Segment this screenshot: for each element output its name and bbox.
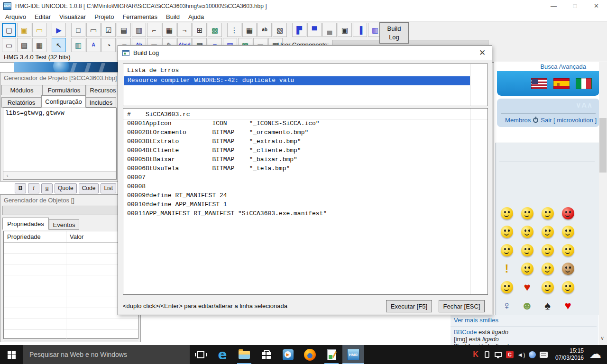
- tab-configurao[interactable]: Configuração: [41, 95, 86, 108]
- align-left-icon[interactable]: ▛: [292, 23, 306, 37]
- calendar-control-icon[interactable]: ▦: [242, 23, 257, 37]
- update-orb-icon[interactable]: [527, 345, 538, 364]
- align-top-icon[interactable]: ▀: [307, 23, 322, 37]
- rc-line[interactable]: 00006BtUsuTela BITMAP "_tela.bmp": [123, 165, 487, 174]
- pleading-smiley[interactable]: [517, 204, 537, 222]
- members-link[interactable]: Membros: [505, 117, 531, 124]
- more-smilies-link[interactable]: Ver mais smilies: [454, 317, 498, 324]
- advanced-search-link[interactable]: Busca Avançada: [540, 63, 586, 70]
- rc-line[interactable]: 00008: [123, 183, 487, 192]
- red-heart-smiley[interactable]: ♥: [558, 296, 578, 315]
- worker-smiley[interactable]: ☻: [517, 296, 537, 315]
- logout-link[interactable]: Sair [ microvolution ]: [541, 117, 597, 124]
- menu-item-editar[interactable]: Editar: [30, 12, 55, 21]
- taskbar-app-edge[interactable]: e: [212, 345, 233, 364]
- spinner-control-icon[interactable]: ▥: [132, 23, 146, 37]
- menu-item-build[interactable]: Build: [162, 12, 184, 21]
- format-button-i[interactable]: i: [28, 183, 39, 193]
- close-button[interactable]: ✕: [586, 0, 607, 12]
- cheering-smiley[interactable]: [558, 278, 578, 296]
- tab-formulrios[interactable]: Formulários: [42, 85, 86, 95]
- font-size-control[interactable]: ∨A∧: [576, 101, 593, 109]
- spain-flag-icon[interactable]: [553, 78, 570, 89]
- font-letter-icon[interactable]: A: [86, 38, 101, 52]
- menu-item-visualizar[interactable]: Visualizar: [55, 12, 90, 21]
- flaming-heart-smiley[interactable]: ♥: [517, 278, 537, 296]
- cloud-weather-icon[interactable]: ☁: [589, 347, 607, 363]
- select-pointer-icon[interactable]: ↖: [52, 38, 66, 52]
- volume-icon[interactable]: ◄): [515, 345, 527, 364]
- menu-item-ferramentas[interactable]: Ferramentas: [118, 12, 162, 21]
- format-button-u[interactable]: u: [41, 183, 53, 193]
- panel-control-icon[interactable]: ▧: [273, 23, 287, 37]
- table-row[interactable]: [4, 319, 138, 330]
- angel-smiley[interactable]: [517, 259, 537, 278]
- tongue-out-smiley[interactable]: [537, 259, 558, 278]
- align-right-icon[interactable]: ▐: [353, 23, 367, 37]
- squinting-smiley[interactable]: [558, 241, 578, 259]
- taskbar-clock[interactable]: 15:15 07/03/2016: [550, 347, 589, 362]
- rc-line[interactable]: 00002BtOrcamento BITMAP "_orcamento.bmp": [123, 129, 487, 138]
- window-control-icon[interactable]: □: [71, 23, 85, 37]
- ccleaner-icon[interactable]: C: [504, 345, 515, 364]
- menu-item-arquivo[interactable]: Arquivo: [1, 12, 30, 21]
- usa-flag-icon[interactable]: [531, 78, 547, 89]
- dialog-close-button[interactable]: ✕: [473, 46, 492, 60]
- textbox-control-icon[interactable]: ab: [258, 23, 272, 37]
- rc-line[interactable]: 00004BtCliente BITMAP "_cliente.bmp": [123, 147, 487, 156]
- taskbar-app-firefox[interactable]: [299, 345, 321, 364]
- new-file-icon[interactable]: ▢: [2, 23, 16, 37]
- bbcode-link[interactable]: BBCode: [454, 328, 477, 336]
- button-control-icon[interactable]: ▭: [86, 23, 101, 37]
- taskbar-app-hmg-ide[interactable]: HMG: [342, 345, 364, 364]
- taskbar-app-file-explorer[interactable]: [233, 345, 255, 364]
- menu-item-projeto[interactable]: Projeto: [90, 12, 118, 21]
- waving-smiley[interactable]: [497, 222, 517, 241]
- rc-line[interactable]: 00007: [123, 174, 487, 183]
- tab-includes[interactable]: Includes: [86, 97, 116, 108]
- notification-chat-icon[interactable]: [538, 345, 550, 364]
- tab-mdulos[interactable]: Módulos: [1, 85, 42, 95]
- crying-smiley[interactable]: [497, 204, 517, 222]
- checkbox-control-icon[interactable]: ☑: [101, 23, 116, 37]
- timer-clock-icon[interactable]: ◔: [101, 38, 116, 52]
- love-wink-smiley[interactable]: [497, 278, 517, 296]
- library-books-icon[interactable]: ▥: [71, 38, 85, 52]
- close-dialog-button[interactable]: Fechar [ESC]: [439, 300, 485, 312]
- form-window-icon[interactable]: ▭: [2, 38, 16, 52]
- taskbar-app-windows-store[interactable]: [255, 345, 277, 364]
- goggles-smiley[interactable]: [558, 259, 578, 278]
- grinning-smiley[interactable]: [537, 278, 558, 296]
- usb-device-icon[interactable]: [481, 345, 493, 364]
- minimize-button[interactable]: —: [543, 0, 564, 12]
- rc-line[interactable]: 00011APP_MANIFEST RT_MANIFEST "SiCCA3603…: [123, 210, 487, 219]
- format-button-b[interactable]: B: [15, 183, 26, 193]
- monocle-smiley[interactable]: [497, 241, 517, 259]
- open-project-icon[interactable]: ▣: [17, 23, 31, 37]
- bat-smiley[interactable]: ♠: [537, 296, 558, 315]
- scrollbar-down-arrow[interactable]: ∨: [600, 335, 604, 341]
- tab-eventos[interactable]: Eventos: [49, 219, 79, 230]
- rc-line[interactable]: 00003BtExtrato BITMAP "_extrato.bmp": [123, 138, 487, 147]
- rc-line[interactable]: 00009#define RT_MANIFEST 24: [123, 192, 487, 201]
- taskbar-app-form-editor[interactable]: [321, 345, 342, 364]
- listbox-control-icon[interactable]: ▤: [117, 23, 131, 37]
- save-all-icon[interactable]: ▦: [32, 38, 46, 52]
- taskbar-app-media-player[interactable]: ▶: [277, 345, 299, 364]
- grid-control-icon[interactable]: ▦: [162, 23, 176, 37]
- exclamation-smiley[interactable]: !: [497, 259, 517, 278]
- horizontal-scrollbar[interactable]: ‹: [3, 171, 116, 179]
- taskbar-search-box[interactable]: Pesquisar na Web e no Windows: [23, 345, 190, 364]
- menu-item-ajuda[interactable]: Ajuda: [184, 12, 208, 21]
- source-editor-icon[interactable]: ▤: [17, 38, 31, 52]
- format-button-list[interactable]: List: [101, 183, 116, 193]
- tree-image-control-icon[interactable]: ▩: [208, 23, 222, 37]
- browser-scrollbar[interactable]: ∨: [599, 62, 607, 345]
- dancing-girl-smiley[interactable]: ♀: [497, 296, 517, 315]
- scrollbar-thumb[interactable]: [599, 118, 607, 173]
- bend-line-control-icon[interactable]: ⌐: [147, 23, 161, 37]
- start-button[interactable]: [0, 345, 23, 364]
- build-log-toolbar-button[interactable]: Build Log: [379, 22, 409, 44]
- rc-line[interactable]: 00001AppIcon ICON "_ICONES-SiCCA.ico": [123, 120, 487, 129]
- wink-thumbs-smiley[interactable]: [558, 222, 578, 241]
